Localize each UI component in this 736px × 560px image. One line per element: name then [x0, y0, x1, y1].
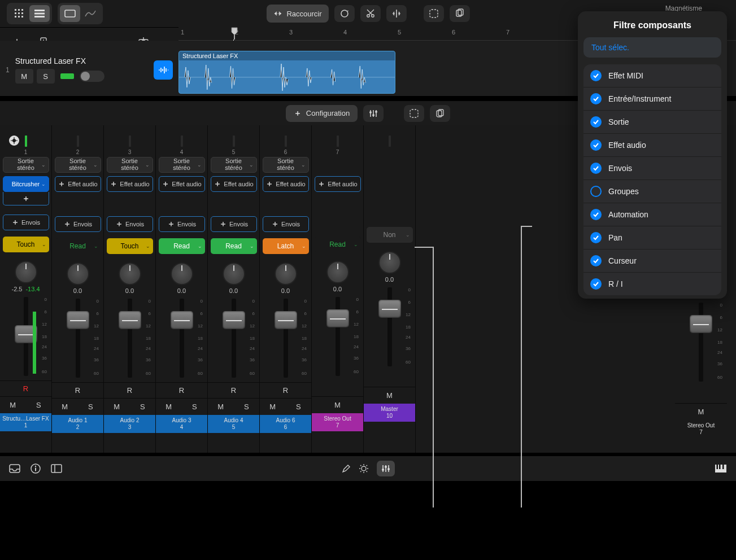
output-slot[interactable]: Sortiestéréo⌄: [211, 157, 257, 173]
pan-knob[interactable]: [119, 262, 141, 285]
track-label[interactable]: Audio 45: [208, 415, 259, 433]
mute-button[interactable]: M: [104, 398, 130, 415]
sends-slot[interactable]: ＋Envois: [107, 216, 153, 232]
pan-knob[interactable]: [223, 262, 245, 285]
pan-knob[interactable]: [326, 261, 349, 283]
filter-item[interactable]: Envois: [583, 157, 721, 180]
mute-button[interactable]: M: [364, 387, 415, 404]
sends-slot[interactable]: ＋Envois: [263, 216, 309, 232]
solo-button[interactable]: S: [78, 398, 104, 415]
inbox-icon[interactable]: [9, 464, 20, 473]
mute-button[interactable]: M: [675, 403, 727, 420]
filter-item[interactable]: Sortie: [583, 111, 721, 134]
sidebar-icon[interactable]: [51, 464, 62, 473]
shorten-button[interactable]: Raccourcir: [266, 5, 328, 23]
automation-mode[interactable]: Touch⌄: [3, 237, 49, 252]
pan-knob[interactable]: [67, 262, 89, 285]
mute-button[interactable]: M: [15, 69, 33, 84]
solo-button[interactable]: S: [37, 69, 55, 84]
filter-item[interactable]: Effet audio: [583, 134, 721, 157]
output-slot[interactable]: Sortiestéréo⌄: [107, 157, 153, 173]
pan-knob[interactable]: [171, 262, 193, 285]
split-icon[interactable]: [386, 5, 407, 22]
track-label[interactable]: Audio 34: [156, 415, 207, 433]
brightness-icon[interactable]: [359, 463, 369, 474]
filter-item[interactable]: Curseur: [583, 250, 721, 273]
waveform-mode-icon[interactable]: [154, 60, 173, 80]
add-effect-button[interactable]: ＋Effet audio: [263, 176, 309, 192]
pan-knob[interactable]: [378, 251, 401, 274]
track-label[interactable]: Master10: [364, 404, 415, 422]
solo-button[interactable]: S: [182, 398, 208, 415]
scissors-icon[interactable]: [360, 5, 381, 22]
mixer-settings-icon[interactable]: [363, 105, 384, 122]
solo-button[interactable]: S: [234, 398, 260, 415]
list-view-icon[interactable]: [29, 5, 50, 22]
pan-knob[interactable]: [15, 261, 37, 283]
track-label[interactable]: Stereo Out7: [312, 413, 363, 431]
solo-button[interactable]: S: [286, 398, 312, 415]
mixer-select-icon[interactable]: [404, 105, 424, 122]
piano-icon[interactable]: [715, 464, 727, 473]
record-button[interactable]: R: [0, 380, 51, 396]
filter-item[interactable]: Pan: [583, 226, 721, 250]
filter-item[interactable]: R / I: [583, 273, 721, 295]
add-effect-button[interactable]: ＋Effet audio: [159, 176, 205, 192]
effect-slot[interactable]: Bitcrusher⌄: [3, 176, 49, 192]
track-label[interactable]: Audio 66: [260, 415, 311, 433]
info-icon[interactable]: [31, 463, 41, 474]
output-slot[interactable]: Sortiestéréo⌄: [55, 157, 101, 173]
copy-icon[interactable]: [450, 5, 470, 22]
automation-mode[interactable]: Latch⌄: [263, 238, 309, 254]
add-effect-button[interactable]: ＋Effet audio: [107, 176, 153, 192]
record-button[interactable]: R: [208, 382, 259, 398]
select-icon[interactable]: [424, 5, 444, 22]
filter-item[interactable]: Effet MIDI: [583, 64, 721, 88]
region-icon[interactable]: [60, 5, 80, 22]
mute-button[interactable]: M: [156, 398, 182, 415]
automation-mode[interactable]: Read⌄: [315, 237, 361, 252]
mute-button[interactable]: M: [312, 396, 363, 413]
sends-slot[interactable]: ＋Envois: [3, 215, 49, 230]
grid-view-icon[interactable]: [9, 5, 29, 22]
automation-mode[interactable]: Read⌄: [159, 238, 205, 254]
record-button[interactable]: R: [104, 382, 155, 398]
filter-item[interactable]: Automation: [583, 203, 721, 226]
automation-mode[interactable]: Non⌄: [367, 227, 413, 243]
add-effect-button[interactable]: ＋Effet audio: [315, 176, 361, 192]
sends-slot[interactable]: ＋Envois: [55, 216, 101, 232]
record-button[interactable]: R: [156, 382, 207, 398]
solo-button[interactable]: S: [26, 396, 52, 413]
output-slot[interactable]: Sortiestéréo⌄: [3, 157, 49, 173]
configuration-button[interactable]: ＋ Configuration: [286, 105, 358, 122]
record-button[interactable]: R: [260, 382, 311, 398]
output-slot[interactable]: Sortiestéréo⌄: [263, 157, 309, 173]
playhead[interactable]: [230, 27, 238, 38]
add-effect-button[interactable]: ＋Effet audio: [211, 176, 257, 192]
pan-knob[interactable]: [275, 262, 297, 285]
automation-mode[interactable]: Read⌄: [211, 238, 257, 254]
mute-button[interactable]: M: [0, 396, 26, 413]
track-label[interactable]: Audio 23: [104, 415, 155, 433]
sends-slot[interactable]: ＋Envois: [159, 216, 205, 232]
automation-mode[interactable]: Touch⌄: [107, 238, 153, 254]
track-volume-slider[interactable]: [80, 71, 104, 82]
sends-slot[interactable]: ＋Envois: [211, 216, 257, 232]
loop-icon[interactable]: [334, 5, 355, 22]
filter-item[interactable]: Entrée/Instrument: [583, 88, 721, 111]
mute-button[interactable]: M: [208, 398, 234, 415]
record-button[interactable]: R: [52, 382, 103, 398]
solo-button[interactable]: S: [130, 398, 156, 415]
filter-item[interactable]: Groupes: [583, 180, 721, 203]
track-label[interactable]: Structu…Laser FX1: [0, 413, 51, 431]
mute-button[interactable]: M: [260, 398, 286, 415]
mute-button[interactable]: M: [52, 398, 78, 415]
mixer-faders-icon[interactable]: [377, 461, 395, 476]
add-effect-button[interactable]: ＋: [3, 192, 49, 205]
mixer-copy-icon[interactable]: [430, 105, 450, 122]
select-all-button[interactable]: Tout sélec.: [583, 37, 721, 58]
audio-region[interactable]: Structured Laser FX: [178, 51, 395, 94]
add-effect-button[interactable]: ＋Effet audio: [55, 176, 101, 192]
track-header[interactable]: 1 Structured Laser FX M S: [0, 50, 178, 90]
pencil-icon[interactable]: [342, 464, 351, 473]
